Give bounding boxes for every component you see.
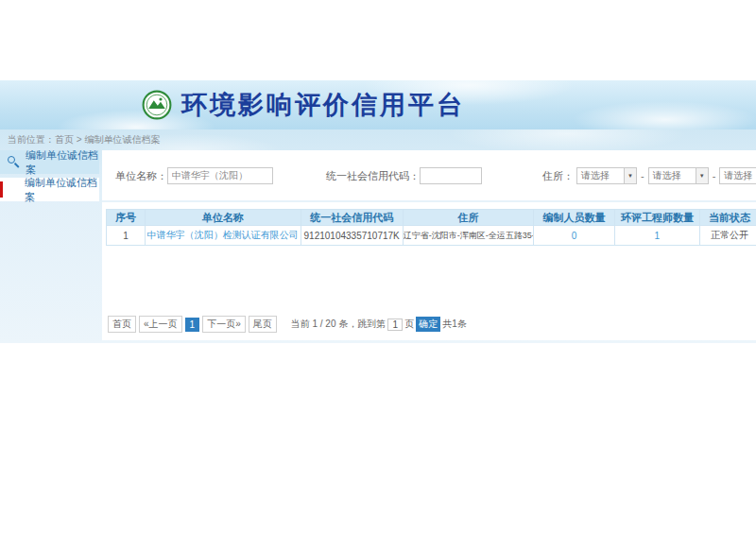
col-header-unit-name: 单位名称: [146, 210, 301, 226]
unit-name-input[interactable]: [167, 167, 273, 184]
last-page-button[interactable]: 尾页: [249, 316, 277, 333]
sidebar: 编制单位诚信档案 编制单位诚信档案: [0, 150, 99, 201]
residence-district-select[interactable]: 请选择 ▼: [719, 167, 756, 184]
search-form: 单位名称： 统一社会信用代码： 住所： 请选择 ▼ - 请选择 ▼ -: [102, 150, 756, 202]
select-separator: -: [713, 170, 716, 181]
unit-name-link[interactable]: 中谱华宇（沈阳）检测认证有限公司: [147, 230, 299, 240]
total-count-label: 共1条: [442, 318, 467, 331]
cell-credit-code: 91210104335710717K: [301, 226, 403, 246]
pagination-bar: 首页 «上一页 1 下一页» 尾页 当前 1 / 20 条，跳到第 页 确定 共…: [102, 312, 756, 340]
staff-count-link[interactable]: 0: [572, 231, 577, 241]
page-suffix-label: 页: [404, 318, 414, 331]
prev-page-button[interactable]: «上一页: [139, 316, 182, 333]
content-area: 当前位置：首页 > 编制单位诚信档案 编制单位诚信档案 编制单位诚信档案 单位名…: [0, 129, 756, 343]
col-header-seq: 序号: [107, 210, 146, 226]
credit-code-label: 统一社会信用代码：: [326, 169, 420, 183]
credit-code-input[interactable]: [420, 167, 482, 184]
col-header-status: 当前状态: [699, 210, 756, 226]
table-row: 1 中谱华宇（沈阳）检测认证有限公司 91210104335710717K 辽宁…: [107, 226, 756, 246]
site-banner: 环境影响评价信用平台: [0, 80, 756, 129]
residence-label: 住所：: [542, 169, 574, 183]
search-archive-icon: [8, 156, 20, 168]
table-empty-space: [102, 246, 756, 312]
table-header-row: 序号 单位名称 统一社会信用代码 住所 编制人员数量 环评工程师数量 当前状态 …: [107, 210, 756, 226]
col-header-engineer-count: 环评工程师数量: [615, 210, 700, 226]
breadcrumb: 当前位置：首页 > 编制单位诚信档案: [0, 129, 756, 150]
residence-city-select[interactable]: 请选择 ▼: [648, 167, 709, 184]
sidebar-item-credit-archive[interactable]: 编制单位诚信档案: [0, 178, 99, 201]
col-header-staff-count: 编制人员数量: [534, 210, 615, 226]
col-header-address: 住所: [403, 210, 533, 226]
select-separator: -: [641, 170, 644, 181]
col-header-credit-code: 统一社会信用代码: [301, 210, 403, 226]
page-number-button[interactable]: 1: [185, 318, 200, 332]
unit-name-label: 单位名称：: [115, 169, 167, 183]
pagination-info: 当前 1 / 20 条，跳到第: [291, 318, 387, 331]
sidebar-item-label: 编制单位诚信档案: [25, 176, 99, 204]
chevron-down-icon[interactable]: ▼: [696, 168, 708, 183]
mee-emblem-icon: [142, 90, 172, 120]
cell-status: 正常公开: [699, 226, 756, 246]
sidebar-item-label: 编制单位诚信档案: [26, 148, 99, 177]
page-jump-input[interactable]: [387, 319, 403, 331]
red-marker: [0, 181, 3, 198]
residence-province-select[interactable]: 请选择 ▼: [576, 167, 637, 184]
jump-confirm-button[interactable]: 确定: [416, 317, 440, 332]
page-title: 环境影响评价信用平台: [181, 88, 465, 122]
sidebar-item-credit-archive-active[interactable]: 编制单位诚信档案: [0, 150, 99, 174]
results-table: 序号 单位名称 统一社会信用代码 住所 编制人员数量 环评工程师数量 当前状态 …: [106, 209, 756, 246]
next-page-button[interactable]: 下一页»: [202, 316, 246, 333]
main-panel: 单位名称： 统一社会信用代码： 住所： 请选择 ▼ - 请选择 ▼ -: [102, 150, 756, 340]
cell-address: 辽宁省-沈阳市-浑南区-全运五路35-1号楼902: [403, 226, 533, 246]
engineer-count-link[interactable]: 1: [655, 231, 661, 241]
chevron-down-icon[interactable]: ▼: [624, 168, 636, 183]
cell-seq: 1: [107, 226, 146, 246]
top-whitespace: [0, 0, 756, 80]
first-page-button[interactable]: 首页: [108, 316, 136, 333]
